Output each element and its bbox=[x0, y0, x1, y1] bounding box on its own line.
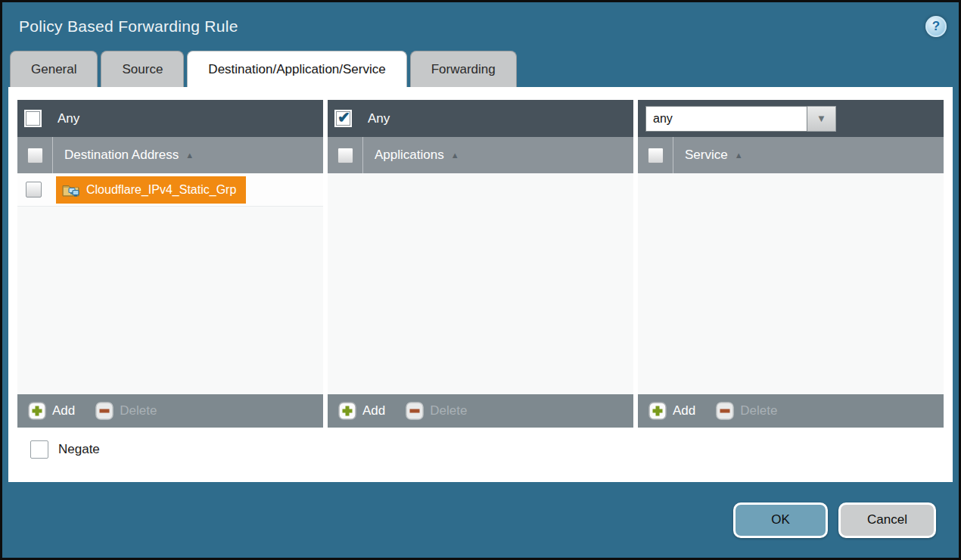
sort-asc-icon: ▲ bbox=[735, 151, 743, 160]
destination-actions: Add Delete bbox=[17, 394, 323, 428]
applications-list bbox=[328, 173, 633, 394]
applications-header-checkbox-cell bbox=[328, 137, 363, 173]
dialog-title: Policy Based Forwarding Rule bbox=[19, 17, 238, 36]
service-column-header-label: Service bbox=[685, 148, 728, 163]
destination-select-all-checkbox[interactable] bbox=[27, 148, 43, 163]
service-column-header[interactable]: Service ▲ bbox=[685, 148, 743, 163]
destination-header-checkbox-cell bbox=[17, 137, 53, 173]
negate-row: Negate bbox=[30, 440, 944, 459]
applications-select-all-checkbox[interactable] bbox=[337, 148, 353, 163]
add-icon bbox=[648, 402, 667, 420]
destination-list: Cloudflare_IPv4_Static_Grp bbox=[17, 173, 323, 394]
tab-bar: General Source Destination/Application/S… bbox=[2, 51, 959, 87]
destination-column-header-label: Destination Address bbox=[64, 148, 179, 163]
service-dropdown-row: any ▼ bbox=[638, 100, 944, 137]
service-type-dropdown-button[interactable]: ▼ bbox=[807, 106, 836, 132]
applications-any-label: Any bbox=[368, 111, 390, 126]
applications-delete-button[interactable]: Delete bbox=[406, 402, 467, 420]
destination-header-row: Destination Address ▲ bbox=[17, 137, 323, 173]
destination-any-label: Any bbox=[58, 111, 79, 126]
ok-button[interactable]: OK bbox=[733, 502, 828, 538]
dialog-footer: OK Cancel bbox=[2, 482, 959, 558]
applications-any-row: Any bbox=[328, 100, 633, 137]
panel-columns: Any Destination Address ▲ bbox=[17, 100, 944, 428]
destination-any-row: Any bbox=[17, 100, 323, 137]
tab-forwarding-label: Forwarding bbox=[431, 62, 496, 77]
destination-list-item-row: Cloudflare_IPv4_Static_Grp bbox=[17, 173, 323, 207]
service-select-all-checkbox[interactable] bbox=[648, 148, 664, 163]
tab-content: Any Destination Address ▲ bbox=[8, 87, 953, 482]
negate-label: Negate bbox=[58, 442, 100, 457]
destination-column-header[interactable]: Destination Address ▲ bbox=[64, 148, 194, 163]
destination-address-panel: Any Destination Address ▲ bbox=[17, 100, 323, 428]
destination-any-checkbox[interactable] bbox=[24, 110, 42, 127]
address-group-icon bbox=[62, 182, 80, 197]
add-icon bbox=[28, 402, 46, 420]
help-icon-glyph: ? bbox=[932, 19, 940, 34]
applications-header-row: Applications ▲ bbox=[328, 137, 633, 173]
tab-destination-application-service[interactable]: Destination/Application/Service bbox=[187, 51, 406, 87]
applications-any-checkbox[interactable] bbox=[334, 110, 352, 127]
dialog-titlebar: Policy Based Forwarding Rule ? bbox=[2, 2, 959, 51]
service-type-dropdown[interactable]: any ▼ bbox=[645, 106, 836, 132]
tab-destination-application-service-label: Destination/Application/Service bbox=[208, 62, 385, 77]
delete-icon bbox=[716, 402, 734, 420]
service-delete-button[interactable]: Delete bbox=[716, 402, 777, 420]
service-actions: Add Delete bbox=[638, 394, 944, 428]
service-type-dropdown-value: any bbox=[645, 106, 807, 132]
applications-add-label: Add bbox=[362, 403, 385, 418]
chevron-down-icon: ▼ bbox=[816, 113, 826, 124]
destination-delete-label: Delete bbox=[120, 403, 157, 418]
destination-add-button[interactable]: Add bbox=[28, 402, 75, 420]
delete-icon bbox=[406, 402, 424, 420]
tab-general[interactable]: General bbox=[10, 51, 98, 87]
applications-panel: Any Applications ▲ bbox=[328, 100, 633, 428]
applications-column-header[interactable]: Applications ▲ bbox=[375, 148, 459, 163]
destination-item-checkbox[interactable] bbox=[26, 182, 42, 198]
destination-item-label: Cloudflare_IPv4_Static_Grp bbox=[86, 183, 236, 197]
sort-asc-icon: ▲ bbox=[451, 151, 459, 160]
service-delete-label: Delete bbox=[740, 403, 777, 418]
destination-add-label: Add bbox=[52, 403, 75, 418]
applications-delete-label: Delete bbox=[430, 403, 467, 418]
add-icon bbox=[338, 402, 356, 420]
service-panel: any ▼ Service ▲ bbox=[638, 100, 944, 428]
pbf-rule-dialog: Policy Based Forwarding Rule ? General S… bbox=[0, 0, 961, 560]
cancel-button[interactable]: Cancel bbox=[838, 502, 936, 538]
destination-delete-button[interactable]: Delete bbox=[95, 402, 157, 420]
service-header-checkbox-cell bbox=[638, 137, 673, 173]
applications-actions: Add Delete bbox=[328, 394, 633, 428]
delete-icon bbox=[95, 402, 114, 420]
service-add-button[interactable]: Add bbox=[648, 402, 695, 420]
applications-column-header-label: Applications bbox=[375, 148, 444, 163]
service-add-label: Add bbox=[673, 403, 695, 418]
help-icon[interactable]: ? bbox=[925, 16, 947, 37]
tab-forwarding[interactable]: Forwarding bbox=[410, 51, 517, 87]
service-header-row: Service ▲ bbox=[638, 137, 944, 173]
service-list bbox=[638, 173, 944, 394]
tab-general-label: General bbox=[31, 62, 76, 77]
sort-asc-icon: ▲ bbox=[185, 151, 194, 160]
tab-source[interactable]: Source bbox=[101, 51, 184, 87]
negate-checkbox[interactable] bbox=[30, 440, 48, 459]
destination-item-chip[interactable]: Cloudflare_IPv4_Static_Grp bbox=[56, 176, 246, 204]
applications-add-button[interactable]: Add bbox=[338, 402, 385, 420]
tab-source-label: Source bbox=[122, 62, 163, 77]
